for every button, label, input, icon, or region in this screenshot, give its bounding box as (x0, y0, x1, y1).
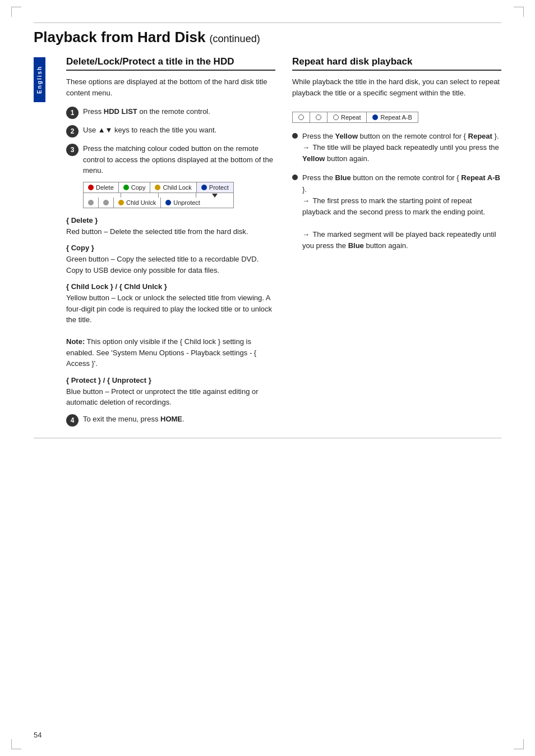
repeat-item-1 (293, 112, 310, 122)
bullet-dot-1 (292, 133, 298, 139)
content-area: English Delete/Lock/Protect a title in t… (34, 56, 501, 432)
repeat-bar-container: Repeat Repeat A-B (292, 106, 501, 131)
repeat-bar: Repeat Repeat A-B (292, 112, 418, 123)
dot-gray-2 (103, 200, 109, 205)
menu-item-protect: Protect (197, 182, 233, 193)
dot-blue-unprotect (165, 200, 171, 205)
subsection-delete-title: { Delete } (66, 216, 275, 224)
subsection-copy-title: { Copy } (66, 244, 275, 252)
title-text: Playback from Hard Disk (34, 29, 205, 45)
left-section-title: Delete/Lock/Protect a title in the HDD (66, 56, 275, 71)
subsection-delete-body: Red button – Delete the selected title f… (66, 226, 275, 237)
bullet-blue-repeat: Press the Blue button on the remote cont… (292, 172, 501, 251)
subsection-copy-body: Green button – Copy the selected title t… (66, 254, 275, 276)
left-section-desc: These options are displayed at the botto… (66, 76, 275, 98)
step-4-text: To exit the menu, press HOME. (83, 414, 275, 425)
top-rule (34, 22, 501, 23)
menu-bar-top: Delete Copy Child Lock Protect (84, 182, 233, 193)
subsection-protect-body: Blue button – Protect or unprotect the t… (66, 386, 275, 408)
bullet-yellow-text: Press the Yellow button on the remote co… (302, 131, 501, 164)
bullet-yellow-repeat: Press the Yellow button on the remote co… (292, 131, 501, 164)
menu-bar: Delete Copy Child Lock Protect (83, 182, 234, 208)
step-2-num: 2 (66, 125, 79, 138)
menu-bar-bottom: Chld Unlck Unprotect (84, 198, 233, 208)
repeat-ab-label: Repeat A-B (380, 114, 412, 121)
menu-delete-label: Delete (96, 184, 114, 191)
dot-blue-protect (201, 185, 207, 190)
repeat-item-2 (310, 112, 328, 122)
right-section-title: Repeat hard disk playback (292, 56, 501, 71)
corner-bl (11, 739, 21, 749)
dot-yellow-2 (118, 200, 124, 205)
menu-item-delete: Delete (84, 182, 119, 193)
right-section-desc: While playback the title in the hard dis… (292, 76, 501, 98)
repeat-item-repeat: Repeat (328, 112, 367, 122)
menu-protect-label: Protect (209, 184, 229, 191)
left-column: Delete/Lock/Protect a title in the HDD T… (66, 56, 275, 432)
lang-label: English (34, 57, 45, 102)
dot-red (88, 185, 94, 190)
dot-gray-1 (88, 200, 94, 205)
page-outer: Playback from Hard Disk (continued) Engl… (0, 0, 535, 756)
menu-unprotect-label: Unprotect (173, 199, 200, 206)
arrow-spacer-1 (84, 193, 121, 198)
right-column: Repeat hard disk playback While playback… (292, 56, 501, 432)
menu-item-chldunlck: Chld Unlck (114, 198, 161, 208)
arrow-spacer-2 (121, 193, 159, 198)
dot-outline-3 (333, 114, 339, 120)
menu-selected-arrow (212, 194, 218, 198)
menu-item-b1 (84, 198, 99, 208)
menu-bar-container: Delete Copy Child Lock Protect (83, 182, 275, 208)
corner-br (514, 739, 524, 749)
dot-green (123, 185, 129, 190)
menu-item-unprotect: Unprotect (161, 198, 205, 208)
step-1: 1 Press HDD LIST on the remote control. (66, 106, 275, 119)
step-3: 3 Press the matching colour coded button… (66, 143, 275, 176)
step-1-num: 1 (66, 107, 79, 119)
step-3-text: Press the matching colour coded button o… (83, 143, 275, 176)
dot-blue-repeat (372, 114, 378, 120)
step-4-num: 4 (66, 414, 79, 427)
bottom-rule (34, 438, 501, 438)
step-3-num: 3 (66, 144, 79, 156)
step-2-text: Use ▲▼ keys to reach the title you want. (83, 125, 275, 136)
dot-yellow (155, 185, 160, 190)
corner-tl (11, 7, 21, 17)
page-number: 54 (34, 731, 41, 739)
bullet-dot-2 (292, 175, 298, 180)
bullet-blue-text: Press the Blue button on the remote cont… (302, 172, 501, 251)
menu-childlock-label: Child Lock (163, 184, 191, 191)
menu-arrow-row (84, 193, 233, 198)
dot-outline-1 (298, 114, 304, 120)
menu-item-copy: Copy (119, 182, 151, 193)
arrow-spacer-4 (196, 193, 233, 198)
subsection-protect-title: { Protect } / { Unprotect } (66, 376, 275, 384)
menu-copy-label: Copy (131, 184, 146, 191)
step-1-text: Press HDD LIST on the remote control. (83, 106, 275, 117)
repeat-item-repeat-ab: Repeat A-B (367, 112, 417, 122)
subsection-childlock-body: Yellow button – Lock or unlock the selec… (66, 292, 275, 369)
step-4: 4 To exit the menu, press HOME. (66, 414, 275, 427)
menu-item-childlock: Child Lock (150, 182, 196, 193)
step-2: 2 Use ▲▼ keys to reach the title you wan… (66, 125, 275, 138)
arrow-spacer-3 (159, 193, 196, 198)
corner-tr (514, 7, 524, 17)
subsection-childlock-title: { Child Lock } / { Chld Unlck } (66, 282, 275, 291)
page-title: Playback from Hard Disk (continued) (34, 26, 501, 46)
sidebar-lang: English (34, 56, 49, 432)
menu-chldunlck-label: Chld Unlck (126, 199, 156, 206)
title-suffix: (continued) (210, 33, 260, 44)
dot-outline-2 (316, 114, 321, 120)
repeat-label: Repeat (341, 114, 361, 121)
menu-item-b2 (99, 198, 114, 208)
